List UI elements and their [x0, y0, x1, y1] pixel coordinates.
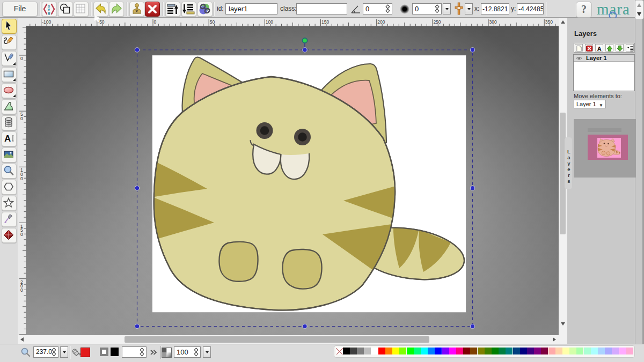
svg-text:350: 350 — [545, 19, 553, 25]
svg-text:0: 0 — [20, 287, 23, 293]
svg-text:250: 250 — [433, 19, 441, 25]
svg-text:0: 0 — [154, 19, 157, 25]
svg-text:50: 50 — [210, 19, 215, 25]
svg-text:0: 0 — [20, 176, 23, 181]
svg-text:0: 0 — [20, 232, 23, 237]
svg-text:-100: -100 — [42, 19, 51, 25]
svg-text:100: 100 — [266, 19, 273, 25]
svg-text:mara: mara — [597, 1, 630, 18]
svg-text:A: A — [597, 46, 602, 52]
svg-text:200: 200 — [377, 19, 385, 25]
svg-text:A: A — [4, 134, 11, 144]
svg-text:150: 150 — [321, 19, 329, 25]
svg-text:300: 300 — [489, 19, 497, 25]
svg-text:g: g — [48, 10, 50, 15]
svg-text:0: 0 — [20, 116, 23, 121]
svg-text:0: 0 — [20, 56, 23, 61]
